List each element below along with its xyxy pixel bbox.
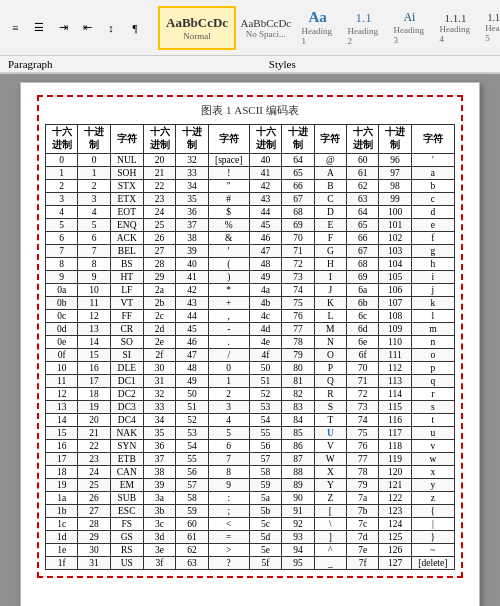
table-cell: 3e: [143, 544, 175, 557]
table-cell: _: [314, 557, 346, 570]
table-cell: W: [314, 453, 346, 466]
table-cell: k: [411, 297, 454, 310]
table-cell: 5: [78, 219, 110, 232]
style-heading4-label: Heading 4: [439, 24, 471, 44]
table-cell: 78: [282, 336, 314, 349]
table-cell: 52: [176, 414, 208, 427]
table-row: 44EOT2436$4468D64100d: [46, 206, 455, 219]
style-heading4[interactable]: 1.1.1 Heading 4: [433, 6, 477, 50]
table-cell: 48: [249, 258, 281, 271]
pilcrow-btn[interactable]: ¶: [124, 17, 146, 39]
table-cell: &: [208, 232, 249, 245]
table-cell: ~: [411, 544, 454, 557]
table-cell: 54: [176, 440, 208, 453]
style-normal[interactable]: AaBbCcDc Normal: [158, 6, 236, 50]
table-cell: 55: [249, 427, 281, 440]
style-heading5[interactable]: 1.1.1.1 Heading 5: [479, 6, 500, 50]
table-cell: 56: [176, 466, 208, 479]
table-cell: s: [411, 401, 454, 414]
table-cell: 70: [282, 232, 314, 245]
table-cell: 46: [249, 232, 281, 245]
table-cell: 47: [176, 349, 208, 362]
table-row: 00NUL2032[space]4064@6096': [46, 154, 455, 167]
table-cell: 120: [379, 466, 411, 479]
table-cell: 6: [208, 440, 249, 453]
table-cell: @: [314, 154, 346, 167]
table-cell: 65: [347, 219, 379, 232]
table-cell: #: [208, 193, 249, 206]
table-cell: 2: [208, 388, 249, 401]
table-cell: 75: [282, 297, 314, 310]
table-row: 1d29GS3d61=5d93]7d125}: [46, 531, 455, 544]
table-cell: v: [411, 440, 454, 453]
col-dec1: 十进制: [78, 125, 110, 154]
table-row: 1016DLE304805080P70112p: [46, 362, 455, 375]
table-cell: 65: [282, 167, 314, 180]
table-cell: 61: [176, 531, 208, 544]
table-cell: 5b: [249, 505, 281, 518]
table-cell: Z: [314, 492, 346, 505]
table-cell: 5: [46, 219, 78, 232]
table-cell: w: [411, 453, 454, 466]
document-area[interactable]: 图表 1 ASCII 编码表 十六进制 十进制 字符 十六进制 十进制 字符 十…: [0, 74, 500, 606]
table-cell: [space]: [208, 154, 249, 167]
table-cell: 48: [176, 362, 208, 375]
table-cell: 0c: [46, 310, 78, 323]
table-cell: 69: [347, 271, 379, 284]
table-title: 图表 1 ASCII 编码表: [45, 103, 455, 118]
ribbon-bottom: Paragraph Styles: [0, 56, 500, 74]
table-cell: O: [314, 349, 346, 362]
table-cell: 114: [379, 388, 411, 401]
indent-btn[interactable]: ⇥: [52, 17, 74, 39]
table-cell: 21: [143, 167, 175, 180]
table-cell: 53: [176, 427, 208, 440]
style-heading2[interactable]: 1.1 Heading 2: [342, 6, 386, 50]
table-cell: 38: [143, 466, 175, 479]
table-cell: L: [314, 310, 346, 323]
col-dec4: 十进制: [379, 125, 411, 154]
table-cell: B: [314, 180, 346, 193]
align-left-btn[interactable]: ≡: [4, 17, 26, 39]
table-cell: 17: [46, 453, 78, 466]
style-heading1[interactable]: Aa Heading 1: [296, 6, 340, 50]
table-cell: l: [411, 310, 454, 323]
table-cell: 124: [379, 518, 411, 531]
table-cell: 7f: [347, 557, 379, 570]
table-row: 1218DC2325025282R72114r: [46, 388, 455, 401]
table-cell: 6c: [347, 310, 379, 323]
align-center-btn[interactable]: ☰: [28, 17, 50, 39]
table-cell: 16: [78, 362, 110, 375]
table-cell: 22: [78, 440, 110, 453]
sort-btn[interactable]: ↕: [100, 17, 122, 39]
table-cell: DC3: [110, 401, 143, 414]
table-cell: x: [411, 466, 454, 479]
table-cell: 49: [176, 375, 208, 388]
style-no-spacing[interactable]: AaBbCcDc No Spaci...: [238, 6, 294, 50]
table-cell: 77: [282, 323, 314, 336]
toolbar: ≡ ☰ ⇥ ⇤ ↕ ¶ AaBbCcDc Normal AaBbCcDc No …: [0, 0, 500, 56]
table-cell: RS: [110, 544, 143, 557]
table-cell: 6f: [347, 349, 379, 362]
style-heading3[interactable]: Ai Heading 3: [387, 6, 431, 50]
table-cell: 122: [379, 492, 411, 505]
table-cell: 38: [176, 232, 208, 245]
table-cell: 81: [282, 375, 314, 388]
table-row: 0e14SO2e46.4e78N6e110n: [46, 336, 455, 349]
table-cell: 6a: [347, 284, 379, 297]
style-heading3-preview: Ai: [403, 10, 415, 25]
outdent-btn[interactable]: ⇤: [76, 17, 98, 39]
table-cell: 4a: [249, 284, 281, 297]
table-cell: 27: [78, 505, 110, 518]
table-cell: [: [314, 505, 346, 518]
table-cell: 8: [78, 258, 110, 271]
table-cell: 14: [78, 336, 110, 349]
table-cell: 100: [379, 206, 411, 219]
table-cell: 12: [78, 310, 110, 323]
table-cell: 40: [176, 258, 208, 271]
table-cell: SYN: [110, 440, 143, 453]
table-cell: 25: [78, 479, 110, 492]
table-cell: 63: [347, 193, 379, 206]
table-cell: 115: [379, 401, 411, 414]
table-cell: ESC: [110, 505, 143, 518]
table-cell: 96: [379, 154, 411, 167]
